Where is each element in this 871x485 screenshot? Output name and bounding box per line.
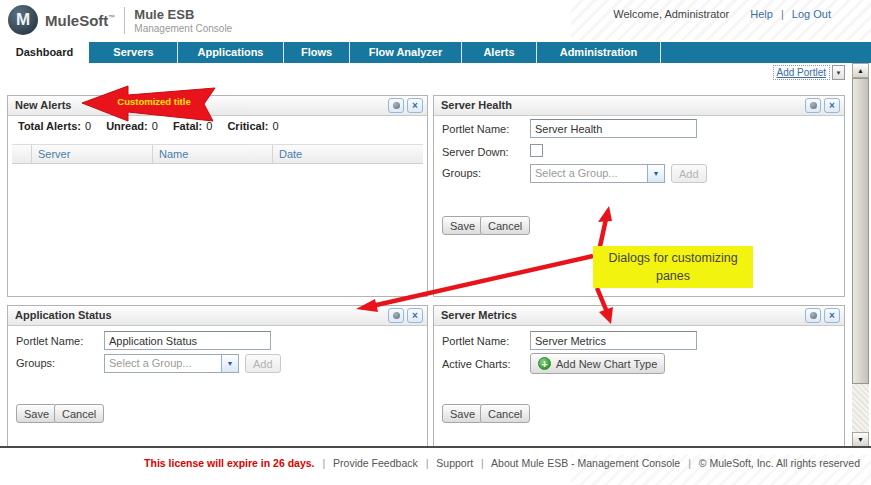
cancel-button[interactable]: Cancel bbox=[54, 404, 104, 423]
dialogs-callout: Dialogs for customizing panes bbox=[593, 246, 753, 288]
vertical-scrollbar[interactable]: ▲ ▼ bbox=[852, 63, 869, 447]
add-chart-label: Add New Chart Type bbox=[556, 358, 657, 370]
groups-placeholder: Select a Group... bbox=[105, 355, 221, 372]
groups-label: Groups: bbox=[442, 167, 481, 179]
close-icon[interactable]: × bbox=[407, 98, 423, 113]
stat-value-critical: 0 bbox=[272, 120, 278, 132]
server-down-checkbox[interactable] bbox=[530, 144, 543, 157]
stat-value-total: 0 bbox=[85, 120, 91, 132]
cancel-button[interactable]: Cancel bbox=[480, 216, 530, 235]
stat-label-fatal: Fatal: bbox=[173, 120, 202, 132]
server-metrics-header[interactable]: Server Metrics × bbox=[434, 306, 844, 326]
gear-icon[interactable] bbox=[805, 308, 821, 323]
add-new-chart-type-button[interactable]: + Add New Chart Type bbox=[530, 353, 665, 374]
stat-value-fatal: 0 bbox=[206, 120, 212, 132]
product-name: Mule ESB bbox=[134, 7, 232, 22]
portlet-name-label: Portlet Name: bbox=[442, 335, 509, 347]
stat-label-unread: Unread: bbox=[106, 120, 148, 132]
welcome-text: Welcome, Administrator bbox=[613, 8, 729, 20]
panel-application-status: Application Status × Portlet Name: Group… bbox=[7, 305, 428, 447]
add-portlet-button[interactable]: Add Portlet bbox=[773, 65, 830, 80]
brand: M MuleSoft™ Mule ESB Management Console bbox=[8, 5, 232, 35]
footer-separator: | bbox=[426, 457, 429, 469]
help-link[interactable]: Help bbox=[750, 8, 773, 20]
footer-separator: | bbox=[322, 457, 325, 469]
column-header-name[interactable]: Name bbox=[153, 145, 273, 163]
scroll-down-icon[interactable]: ▼ bbox=[852, 432, 869, 447]
portlet-name-label: Portlet Name: bbox=[442, 123, 509, 135]
close-icon[interactable]: × bbox=[407, 308, 423, 323]
mulesoft-logo-icon: M bbox=[8, 5, 38, 35]
header-buttons: × bbox=[388, 308, 423, 323]
groups-label: Groups: bbox=[16, 357, 55, 369]
gear-icon[interactable] bbox=[805, 98, 821, 113]
tab-flows[interactable]: Flows bbox=[284, 42, 350, 63]
alert-stats: Total Alerts:0 Unread:0 Fatal:0 Critical… bbox=[18, 120, 291, 132]
active-charts-label: Active Charts: bbox=[442, 358, 510, 370]
gear-icon[interactable] bbox=[388, 308, 404, 323]
chevron-down-icon[interactable]: ▼ bbox=[647, 165, 664, 182]
link-separator: | bbox=[781, 8, 784, 20]
tab-administration[interactable]: Administration bbox=[537, 42, 661, 63]
brand-name: MuleSoft™ bbox=[45, 12, 115, 29]
license-warning: This license will expire in 26 days. bbox=[144, 457, 314, 469]
gear-icon[interactable] bbox=[388, 98, 404, 113]
cancel-button[interactable]: Cancel bbox=[480, 404, 530, 423]
logout-link[interactable]: Log Out bbox=[792, 8, 831, 20]
add-group-button[interactable]: Add bbox=[245, 354, 281, 373]
caret-down-icon[interactable]: ▼ bbox=[832, 65, 845, 80]
main-nav: Dashboard Servers Applications Flows Flo… bbox=[0, 42, 871, 63]
close-icon[interactable]: × bbox=[824, 308, 840, 323]
header-buttons: × bbox=[805, 308, 840, 323]
panel-server-metrics: Server Metrics × Portlet Name: Active Ch… bbox=[433, 305, 845, 447]
support-link[interactable]: Support bbox=[436, 457, 473, 469]
chevron-down-icon[interactable]: ▼ bbox=[221, 355, 238, 372]
tab-flow-analyzer[interactable]: Flow Analyzer bbox=[350, 42, 462, 63]
server-down-label: Server Down: bbox=[442, 146, 509, 158]
groups-select[interactable]: Select a Group... ▼ bbox=[104, 354, 239, 373]
scrollbar-thumb[interactable] bbox=[852, 78, 869, 384]
add-portlet-control: Add Portlet ▼ bbox=[773, 65, 845, 80]
about-link[interactable]: About Mule ESB - Management Console bbox=[491, 457, 680, 469]
close-icon[interactable]: × bbox=[824, 98, 840, 113]
panel-title: New Alerts bbox=[15, 99, 71, 111]
stat-label-critical: Critical: bbox=[227, 120, 268, 132]
trademark: ™ bbox=[108, 14, 115, 21]
header-buttons: × bbox=[388, 98, 423, 113]
panel-title: Application Status bbox=[15, 309, 112, 321]
tab-dashboard[interactable]: Dashboard bbox=[0, 42, 90, 63]
column-header-date[interactable]: Date bbox=[273, 145, 423, 163]
groups-placeholder: Select a Group... bbox=[531, 165, 647, 182]
stat-label-total: Total Alerts: bbox=[18, 120, 81, 132]
footer-separator: | bbox=[481, 457, 484, 469]
product-block: Mule ESB Management Console bbox=[134, 7, 232, 34]
tab-applications[interactable]: Applications bbox=[178, 42, 284, 63]
portlet-name-input[interactable] bbox=[530, 331, 697, 350]
provide-feedback-link[interactable]: Provide Feedback bbox=[333, 457, 418, 469]
portlet-name-input[interactable] bbox=[104, 331, 271, 350]
brand-divider bbox=[124, 7, 125, 34]
product-subtitle: Management Console bbox=[134, 23, 232, 34]
user-links: Welcome, Administrator Help | Log Out bbox=[613, 8, 831, 20]
portlet-name-input[interactable] bbox=[530, 119, 697, 138]
stat-value-unread: 0 bbox=[152, 120, 158, 132]
application-status-header[interactable]: Application Status × bbox=[8, 306, 427, 326]
scroll-up-icon[interactable]: ▲ bbox=[852, 63, 869, 78]
tab-alerts[interactable]: Alerts bbox=[462, 42, 537, 63]
panel-title: Server Health bbox=[441, 99, 512, 111]
tab-servers[interactable]: Servers bbox=[90, 42, 178, 63]
column-header-blank bbox=[12, 145, 32, 163]
save-button[interactable]: Save bbox=[442, 404, 483, 423]
groups-select[interactable]: Select a Group... ▼ bbox=[530, 164, 665, 183]
add-group-button[interactable]: Add bbox=[671, 164, 707, 183]
new-alerts-header[interactable]: New Alerts × bbox=[8, 96, 427, 116]
portlet-name-label: Portlet Name: bbox=[16, 335, 83, 347]
copyright-text: © MuleSoft, Inc. All rights reserved bbox=[699, 457, 860, 469]
plus-icon: + bbox=[538, 357, 551, 370]
save-button[interactable]: Save bbox=[16, 404, 57, 423]
save-button[interactable]: Save bbox=[442, 216, 483, 235]
column-header-server[interactable]: Server bbox=[32, 145, 153, 163]
alerts-table-header: Server Name Date bbox=[12, 144, 423, 164]
server-health-header[interactable]: Server Health × bbox=[434, 96, 844, 116]
app-header: M MuleSoft™ Mule ESB Management Console … bbox=[0, 0, 871, 42]
